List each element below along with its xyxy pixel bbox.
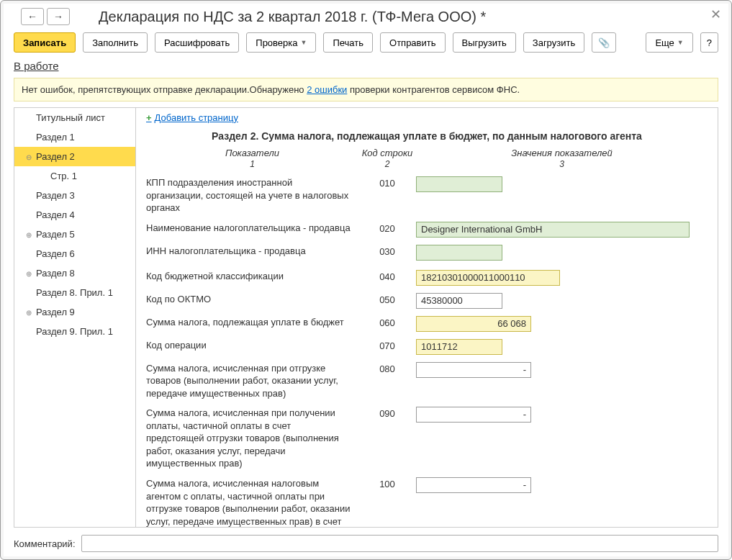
sidebar-item-label: Стр. 1 bbox=[50, 171, 77, 181]
form-row: КПП подразделения иностранной организаци… bbox=[146, 176, 708, 214]
fill-button[interactable]: Заполнить bbox=[83, 32, 148, 53]
sidebar-item[interactable]: ⊕Раздел 8 bbox=[14, 263, 135, 283]
form-row: Код по ОКТМО05045380000 bbox=[146, 293, 708, 309]
form-row: Сумма налога, подлежащая уплате в бюджет… bbox=[146, 316, 708, 332]
chevron-down-icon: ▼ bbox=[301, 39, 307, 46]
sidebar-item-label: Раздел 1 bbox=[36, 132, 75, 143]
row-label: Код бюджетной классификации bbox=[146, 270, 358, 283]
form-row: Сумма налога, исчисленная налоговым аген… bbox=[146, 477, 708, 528]
row-code: 050 bbox=[358, 293, 416, 305]
form-row: ИНН налогоплательщика - продавца030 bbox=[146, 245, 708, 263]
import-button[interactable]: Загрузить bbox=[523, 32, 584, 53]
row-code: 070 bbox=[358, 339, 416, 351]
row-code: 010 bbox=[358, 176, 416, 189]
nav-back-button[interactable]: ← bbox=[21, 8, 44, 25]
row-label: ИНН налогоплательщика - продавца bbox=[146, 245, 358, 258]
sidebar-item[interactable]: Раздел 9. Прил. 1 bbox=[14, 322, 135, 341]
sidebar-item[interactable]: Раздел 4 bbox=[14, 205, 135, 225]
section-title: Раздел 2. Сумма налога, подлежащая уплат… bbox=[146, 130, 708, 142]
check-button[interactable]: Проверка▼ bbox=[246, 32, 316, 53]
row-code: 040 bbox=[358, 270, 416, 282]
sidebar-item[interactable]: Титульный лист bbox=[14, 108, 135, 127]
sidebar-item-label: Раздел 8 bbox=[36, 268, 75, 279]
window-title: Декларация по НДС за 2 квартал 2018 г. (… bbox=[99, 9, 721, 25]
row-label: Сумма налога, исчисленная налоговым аген… bbox=[146, 477, 358, 528]
row-label: Сумма налога, подлежащая уплате в бюджет bbox=[146, 316, 358, 329]
sidebar-item-label: Раздел 2 bbox=[36, 151, 75, 162]
send-button[interactable]: Отправить bbox=[380, 32, 445, 53]
more-button[interactable]: Еще▼ bbox=[646, 32, 692, 53]
value-field[interactable] bbox=[416, 176, 502, 192]
paperclip-icon: 📎 bbox=[598, 37, 610, 48]
sidebar-item-label: Титульный лист bbox=[36, 112, 105, 123]
value-field[interactable]: 18210301000011000110 bbox=[416, 270, 560, 286]
plus-icon: + bbox=[146, 112, 152, 123]
row-code: 090 bbox=[358, 407, 416, 419]
value-field[interactable] bbox=[416, 245, 502, 261]
content-area: +Добавить страницу Раздел 2. Сумма налог… bbox=[136, 107, 718, 528]
value-field[interactable]: 45380000 bbox=[416, 293, 502, 309]
value-field[interactable]: Designer International GmbH bbox=[416, 222, 690, 238]
attach-button[interactable]: 📎 bbox=[592, 32, 616, 53]
export-button[interactable]: Выгрузить bbox=[453, 32, 516, 53]
form-row: Код бюджетной классификации0401821030100… bbox=[146, 270, 708, 286]
sidebar-item-label: Раздел 9. Прил. 1 bbox=[36, 326, 113, 337]
sidebar: Титульный листРаздел 1⊖Раздел 2Стр. 1Раз… bbox=[14, 107, 136, 528]
sidebar-item[interactable]: ⊕Раздел 9 bbox=[14, 302, 135, 322]
sidebar-item[interactable]: Раздел 8. Прил. 1 bbox=[14, 283, 135, 302]
sidebar-item-label: Раздел 6 bbox=[36, 248, 75, 259]
add-page-link[interactable]: +Добавить страницу bbox=[146, 112, 238, 123]
sidebar-item[interactable]: ⊕Раздел 5 bbox=[14, 225, 135, 244]
print-button[interactable]: Печать bbox=[323, 32, 373, 53]
value-field[interactable] bbox=[416, 362, 531, 378]
nav-forward-button[interactable]: → bbox=[47, 8, 70, 25]
column-headers: Показатели1 Код строки2 Значения показат… bbox=[146, 148, 708, 169]
errors-link[interactable]: 2 ошибки bbox=[307, 84, 347, 95]
comment-input[interactable] bbox=[81, 535, 719, 552]
tree-toggle-icon[interactable]: ⊕ bbox=[24, 308, 32, 316]
tree-toggle-icon[interactable]: ⊖ bbox=[24, 153, 32, 161]
status-link[interactable]: В работе bbox=[14, 60, 59, 72]
sidebar-item[interactable]: Раздел 1 bbox=[14, 127, 135, 147]
row-code: 030 bbox=[358, 245, 416, 257]
sidebar-item-label: Раздел 3 bbox=[36, 190, 75, 201]
form-row: Сумма налога, исчисленная при отгрузке т… bbox=[146, 362, 708, 400]
sidebar-item[interactable]: Раздел 6 bbox=[14, 244, 135, 263]
info-text-suffix: проверки контрагентов сервисом ФНС. bbox=[347, 84, 520, 95]
sidebar-item[interactable]: Раздел 3 bbox=[14, 186, 135, 205]
titlebar: ← → Декларация по НДС за 2 квартал 2018 … bbox=[4, 4, 728, 32]
value-field[interactable] bbox=[416, 407, 531, 423]
row-label: Код по ОКТМО bbox=[146, 293, 358, 306]
comment-label: Комментарий: bbox=[14, 538, 76, 549]
sidebar-item-label: Раздел 9 bbox=[36, 307, 75, 317]
window: ← → Декларация по НДС за 2 квартал 2018 … bbox=[0, 0, 732, 560]
toolbar: Записать Заполнить Расшифровать Проверка… bbox=[4, 32, 728, 60]
row-label: Сумма налога, исчисленная при отгрузке т… bbox=[146, 362, 358, 400]
tree-toggle-icon[interactable]: ⊕ bbox=[24, 230, 32, 238]
form-row: Сумма налога, исчисленная при получении … bbox=[146, 407, 708, 470]
decode-button[interactable]: Расшифровать bbox=[155, 32, 239, 53]
write-button[interactable]: Записать bbox=[14, 32, 76, 53]
help-button[interactable]: ? bbox=[700, 32, 718, 53]
chevron-down-icon: ▼ bbox=[677, 39, 684, 46]
row-label: Сумма налога, исчисленная при получении … bbox=[146, 407, 358, 470]
row-code: 080 bbox=[358, 362, 416, 374]
row-code: 100 bbox=[358, 477, 416, 489]
value-field[interactable] bbox=[416, 477, 531, 493]
row-code: 020 bbox=[358, 222, 416, 234]
sidebar-item-label: Раздел 5 bbox=[36, 229, 75, 240]
footer: Комментарий: bbox=[4, 528, 728, 556]
tree-toggle-icon[interactable]: ⊕ bbox=[24, 269, 32, 277]
value-field[interactable]: 66 068 bbox=[416, 316, 531, 332]
form-row: Наименование налогоплательщика - продавц… bbox=[146, 222, 708, 238]
row-code: 060 bbox=[358, 316, 416, 328]
row-label: Код операции bbox=[146, 339, 358, 352]
value-field[interactable]: 1011712 bbox=[416, 339, 502, 355]
close-icon[interactable]: ✕ bbox=[708, 8, 723, 22]
info-text: Нет ошибок, препятствующих отправке декл… bbox=[22, 84, 307, 95]
sidebar-item-label: Раздел 8. Прил. 1 bbox=[36, 287, 113, 298]
sidebar-item[interactable]: ⊖Раздел 2 bbox=[14, 147, 135, 166]
sidebar-item[interactable]: Стр. 1 bbox=[14, 166, 135, 186]
info-bar: Нет ошибок, препятствующих отправке декл… bbox=[14, 78, 718, 101]
form-row: Код операции0701011712 bbox=[146, 339, 708, 355]
